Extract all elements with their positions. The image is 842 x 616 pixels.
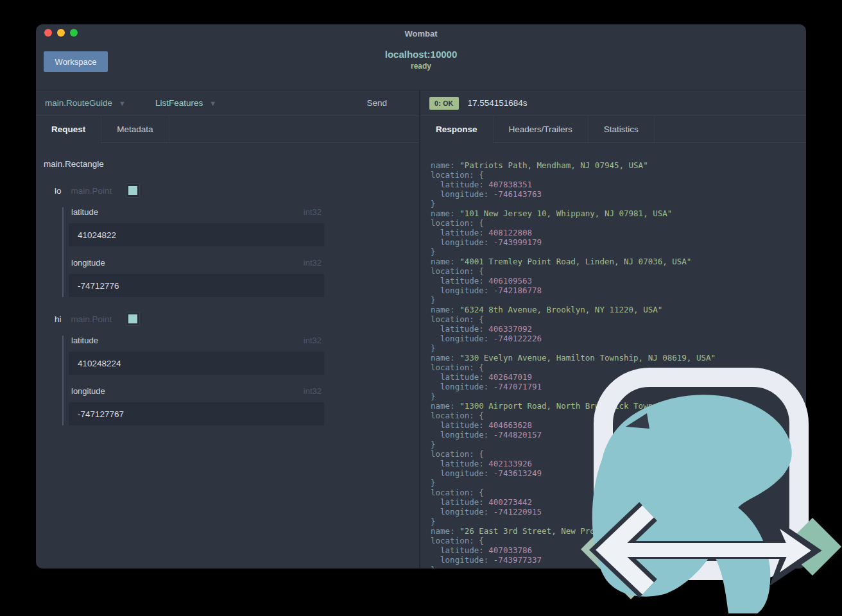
request-form: main.Rectangle lo main.Point latitude in… <box>36 143 419 425</box>
lo-longitude-input[interactable] <box>69 274 324 297</box>
field-type-label: int32 <box>304 386 322 396</box>
tab-request[interactable]: Request <box>36 116 101 142</box>
request-tabs: Request Metadata <box>36 116 419 143</box>
lo-latitude-input[interactable] <box>69 223 324 246</box>
field-hi-group: latitude int32 longitude int32 <box>62 336 323 425</box>
response-body: name: "Patriots Path, Mendham, NJ 07945,… <box>420 143 806 569</box>
longitude-label-row: longitude int32 <box>71 258 322 268</box>
hi-longitude-input[interactable] <box>69 402 324 425</box>
server-address: localhost:10000 <box>36 49 806 60</box>
request-content: main.Rectangle lo main.Point latitude in… <box>36 143 419 569</box>
field-name: hi <box>55 314 62 324</box>
request-toolbar: main.RouteGuide ▼ ListFeatures ▼ Send <box>36 90 419 116</box>
latitude-label-row: latitude int32 <box>71 207 322 217</box>
send-button[interactable]: Send <box>366 98 387 108</box>
method-select-value: ListFeatures <box>155 98 203 108</box>
main-split: main.RouteGuide ▼ ListFeatures ▼ Send Re… <box>36 90 806 569</box>
status-badge: 0: OK <box>429 97 459 110</box>
header: Workspace localhost:10000 ready <box>36 24 806 90</box>
field-lo-group: latitude int32 longitude int32 <box>62 207 323 297</box>
response-tabs: Response Headers/Trailers Statistics <box>420 116 806 143</box>
service-select-value: main.RouteGuide <box>45 98 112 108</box>
server-info: localhost:10000 ready <box>36 49 806 71</box>
field-label: longitude <box>71 386 105 396</box>
wombat-window: Wombat Workspace localhost:10000 ready m… <box>36 24 806 569</box>
field-type-label: int32 <box>304 258 322 268</box>
service-select[interactable]: main.RouteGuide ▼ <box>45 98 126 108</box>
response-content[interactable]: name: "Patriots Path, Mendham, NJ 07945,… <box>420 143 806 569</box>
field-label: longitude <box>71 258 105 268</box>
field-name: lo <box>55 186 62 196</box>
checkbox-mark-icon <box>128 186 137 195</box>
field-label: latitude <box>71 336 98 345</box>
request-pane: main.RouteGuide ▼ ListFeatures ▼ Send Re… <box>36 90 420 569</box>
hi-latitude-input[interactable] <box>69 352 324 375</box>
tab-headers-trailers[interactable]: Headers/Trailers <box>494 116 589 142</box>
chevron-down-icon: ▼ <box>119 99 126 107</box>
method-select[interactable]: ListFeatures ▼ <box>126 98 216 108</box>
longitude-label-row: longitude int32 <box>71 386 322 396</box>
response-toolbar: 0: OK 17.554151684s <box>420 90 806 116</box>
field-label: latitude <box>71 207 98 217</box>
field-type-label: int32 <box>304 207 322 217</box>
desktop: { "window": { "title": "Wombat" }, "head… <box>0 0 842 616</box>
chevron-down-icon: ▼ <box>209 99 216 107</box>
field-hi-header: hi main.Point <box>55 312 419 326</box>
latitude-label-row: latitude int32 <box>71 336 322 345</box>
hi-checkbox[interactable] <box>126 312 140 326</box>
tab-statistics[interactable]: Statistics <box>589 116 655 142</box>
field-type-label: int32 <box>304 336 322 345</box>
message-type-label: main.Rectangle <box>44 159 419 169</box>
lo-checkbox[interactable] <box>126 184 140 198</box>
tab-response[interactable]: Response <box>420 116 494 142</box>
field-lo-header: lo main.Point <box>55 184 419 198</box>
checkbox-mark-icon <box>128 314 137 323</box>
server-status: ready <box>36 62 806 71</box>
field-type: main.Point <box>71 186 112 196</box>
duration-label: 17.554151684s <box>468 98 528 108</box>
response-pane: 0: OK 17.554151684s Response Headers/Tra… <box>420 90 806 569</box>
tab-metadata[interactable]: Metadata <box>101 116 169 142</box>
field-type: main.Point <box>71 314 112 324</box>
